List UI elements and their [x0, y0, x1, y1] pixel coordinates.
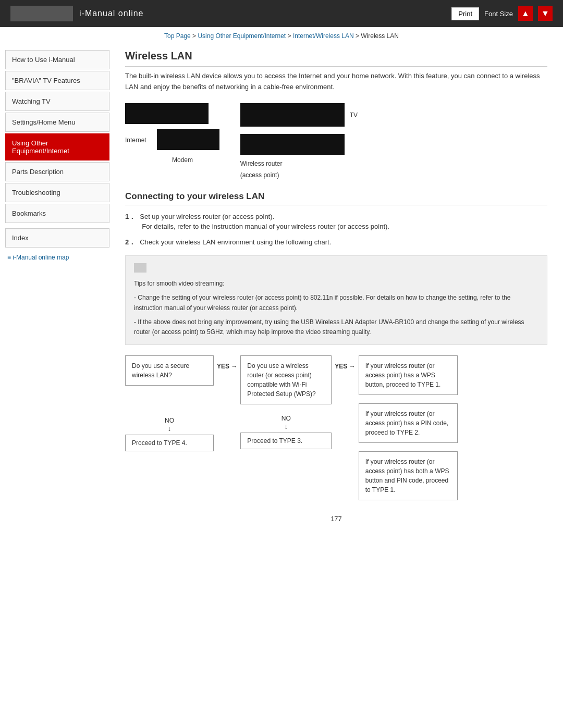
imanual-map-link[interactable]: i-Manual online map — [7, 254, 69, 261]
font-size-down-button[interactable]: ▼ — [538, 6, 553, 21]
layout: How to Use i-Manual "BRAVIA" TV Features… — [0, 45, 563, 554]
diagram-router-box — [125, 103, 209, 124]
modem-label: Modem — [172, 156, 219, 164]
breadcrumb-sep3: > — [356, 32, 361, 40]
flow-proceed-4: Proceed to TYPE 4. — [125, 435, 214, 451]
flow-right-box-3: If your wireless router (or access point… — [359, 451, 458, 500]
page-title: Wireless LAN — [125, 50, 547, 67]
header: i-Manual online Print Font Size ▲ ▼ — [0, 0, 563, 27]
flow-no-label-1: NO — [165, 417, 174, 424]
diagram: Internet Modem TV Wireless router (acces… — [125, 103, 547, 179]
flow-right-box-2-text: If your wireless router (or access point… — [365, 410, 448, 436]
font-size-up-button[interactable]: ▲ — [518, 6, 533, 21]
tips-line3: - If the above does not bring any improv… — [134, 317, 538, 337]
access-point-label: (access point) — [240, 171, 358, 179]
flow-proceed-4-text: Proceed to TYPE 4. — [132, 439, 187, 447]
step-1: 1． Set up your wireless router (or acces… — [125, 212, 547, 232]
flow-down-2: ↓ — [282, 422, 291, 430]
step-1-content: Set up your wireless router (or access p… — [140, 212, 389, 232]
sidebar-map-link[interactable]: i-Manual online map — [5, 253, 109, 261]
breadcrumb-using-other[interactable]: Using Other Equipment/Internet — [198, 32, 286, 40]
flow-col-1: Do you use a secure wireless LAN? NO ↓ P… — [125, 355, 214, 451]
step-1-text: Set up your wireless router (or access p… — [140, 212, 389, 222]
flow-no-1: NO ↓ — [165, 417, 174, 433]
flow-box-2: Do you use a wireless router (or access … — [240, 355, 332, 404]
flow-right-box-2: If your wireless router (or access point… — [359, 403, 458, 443]
tips-box: Tips for smooth video streaming: - Chang… — [125, 255, 547, 345]
step-1-num: 1． — [125, 212, 136, 232]
sidebar-index[interactable]: Index — [5, 228, 109, 248]
sidebar-item-troubleshooting[interactable]: Troubleshooting — [5, 183, 109, 202]
diagram-modem-box — [157, 129, 219, 150]
sidebar-item-how-to-use[interactable]: How to Use i-Manual — [5, 50, 109, 69]
flow-box-1: Do you use a secure wireless LAN? — [125, 355, 214, 386]
sidebar-item-using-other[interactable]: Using Other Equipment/Internet — [5, 133, 109, 161]
flow-proceed-3-text: Proceed to TYPE 3. — [247, 437, 302, 445]
diagram-tv-box — [240, 103, 345, 127]
breadcrumb-sep2: > — [288, 32, 293, 40]
section-title: Connecting to your wireless LAN — [125, 191, 547, 205]
wireless-router-label: Wireless router — [240, 160, 283, 167]
header-logo — [10, 6, 73, 21]
tv-label: TV — [350, 112, 358, 119]
flow-yes-2: YES → — [332, 355, 358, 370]
diagram-wireless-router-box — [240, 134, 345, 155]
step-2-text: Check your wireless LAN environment usin… — [140, 237, 331, 248]
font-size-label: Font Size — [484, 10, 513, 18]
flow-right-box-1: If your wireless router (or access point… — [359, 355, 458, 395]
diagram-right-side: TV Wireless router (access point) — [240, 103, 358, 179]
tips-line1: Tips for smooth video streaming: — [134, 279, 538, 289]
sidebar-item-bookmarks[interactable]: Bookmarks — [5, 204, 109, 223]
flowchart: Do you use a secure wireless LAN? NO ↓ P… — [125, 355, 547, 504]
flow-box-1-text: Do you use a secure wireless LAN? — [132, 362, 189, 379]
flow-right-box-3-text: If your wireless router (or access point… — [365, 458, 449, 493]
print-button[interactable]: Print — [451, 7, 479, 20]
breadcrumb-current: Wireless LAN — [361, 32, 399, 40]
page-number: 177 — [125, 515, 547, 533]
diagram-left-side: Internet Modem — [125, 103, 219, 164]
breadcrumb: Top Page > Using Other Equipment/Interne… — [0, 27, 563, 45]
flow-col-3: If your wireless router (or access point… — [359, 355, 458, 504]
sidebar-item-watching[interactable]: Watching TV — [5, 92, 109, 111]
diagram-tv-row: TV — [240, 103, 358, 127]
sidebar: How to Use i-Manual "BRAVIA" TV Features… — [0, 50, 115, 549]
flow-box-2-text: Do you use a wireless router (or access … — [247, 362, 315, 398]
internet-label: Internet — [125, 137, 146, 144]
breadcrumb-top-page[interactable]: Top Page — [164, 32, 191, 40]
sidebar-item-settings[interactable]: Settings/Home Menu — [5, 113, 109, 132]
tips-icon — [134, 263, 146, 273]
sidebar-item-parts[interactable]: Parts Description — [5, 162, 109, 181]
step-2: 2． Check your wireless LAN environment u… — [125, 237, 547, 248]
flow-right-box-1-text: If your wireless router (or access point… — [365, 362, 441, 388]
sidebar-item-bravia[interactable]: "BRAVIA" TV Features — [5, 71, 109, 90]
breadcrumb-sep1: > — [192, 32, 198, 40]
header-right: Print Font Size ▲ ▼ — [451, 6, 553, 21]
tips-line2: - Change the setting of your wireless ro… — [134, 293, 538, 313]
intro-text: The built-in wireless LAN device allows … — [125, 71, 547, 93]
flow-proceed-3: Proceed to TYPE 3. — [240, 433, 332, 449]
flow-no-label-2: NO — [282, 415, 291, 422]
flow-no-2: NO ↓ — [282, 415, 291, 430]
diagram-modem-row: Internet — [125, 129, 219, 150]
flow-col-2: Do you use a wireless router (or access … — [240, 355, 332, 449]
wireless-router-labels: Wireless router — [240, 159, 358, 167]
header-left: i-Manual online — [10, 6, 144, 21]
flow-down-1: ↓ — [165, 424, 174, 433]
steps: 1． Set up your wireless router (or acces… — [125, 212, 547, 248]
main-content: Wireless LAN The built-in wireless LAN d… — [115, 50, 563, 549]
step-1-subtext: For details, refer to the instruction ma… — [140, 221, 389, 232]
step-2-num: 2． — [125, 237, 136, 248]
breadcrumb-internet-wireless[interactable]: Internet/Wireless LAN — [293, 32, 354, 40]
flow-yes-1: YES → — [214, 355, 240, 370]
header-title: i-Manual online — [79, 9, 144, 18]
